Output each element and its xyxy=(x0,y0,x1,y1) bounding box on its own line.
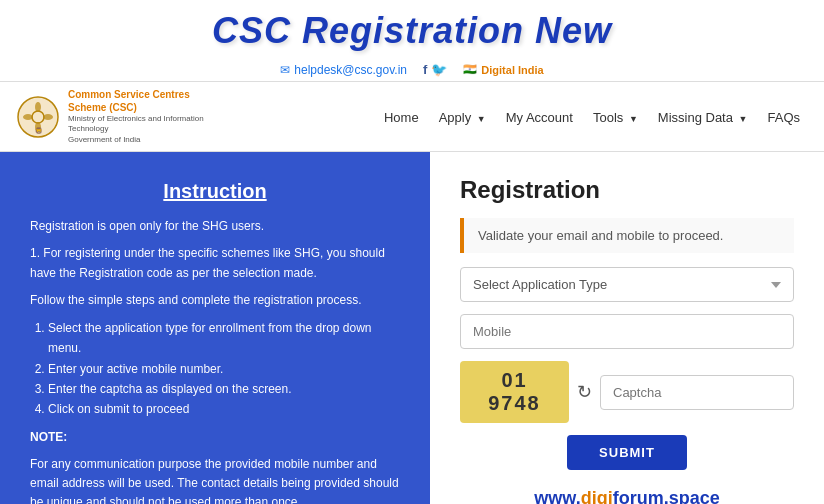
right-panel: Registration Validate your email and mob… xyxy=(430,152,824,504)
instruction-steps-list: Select the application type for enrollme… xyxy=(30,318,400,420)
registration-heading: Registration xyxy=(460,176,794,204)
digital-india-icon: 🇮🇳 xyxy=(463,63,477,76)
contact-bar: ✉ helpdesk@csc.gov.in f 🐦 🇮🇳 Digital Ind… xyxy=(0,58,824,81)
left-panel: Instruction Registration is open only fo… xyxy=(0,152,430,504)
forum-link: www.digiforum.space xyxy=(460,488,794,504)
nav-apply[interactable]: Apply ▼ xyxy=(431,108,494,126)
ashoka-emblem: 🦁 xyxy=(16,95,60,139)
nav-tools[interactable]: Tools ▼ xyxy=(585,108,646,126)
captcha-input[interactable] xyxy=(600,375,794,410)
svg-point-5 xyxy=(43,114,53,120)
nav-home[interactable]: Home xyxy=(376,108,427,126)
captcha-image: 01 9748 xyxy=(460,361,569,423)
brand-govt: Government of India xyxy=(68,135,228,145)
instruction-follow: Follow the simple steps and complete the… xyxy=(30,291,400,310)
brand-title: Common Service Centres Scheme (CSC) xyxy=(68,88,228,114)
instruction-heading: Instruction xyxy=(30,180,400,203)
navbar-brand: 🦁 Common Service Centres Scheme (CSC) Mi… xyxy=(16,88,228,145)
nav-my-account[interactable]: My Account xyxy=(498,108,581,126)
validation-message: Validate your email and mobile to procee… xyxy=(478,228,723,243)
email-address: helpdesk@csc.gov.in xyxy=(294,63,407,77)
social-icons: f 🐦 xyxy=(423,62,447,77)
captcha-row: 01 9748 ↻ xyxy=(460,361,794,423)
main-content: Instruction Registration is open only fo… xyxy=(0,152,824,504)
apply-dropdown-arrow: ▼ xyxy=(477,114,486,124)
page-title: CSC Registration New xyxy=(0,10,824,52)
application-type-group: Select Application Type xyxy=(460,267,794,302)
email-link[interactable]: ✉ helpdesk@csc.gov.in xyxy=(280,63,407,77)
mobile-input[interactable] xyxy=(460,314,794,349)
validation-alert: Validate your email and mobile to procee… xyxy=(460,218,794,253)
missing-data-dropdown-arrow: ▼ xyxy=(739,114,748,124)
svg-point-2 xyxy=(35,102,41,112)
forum-link-text: www.digiforum.space xyxy=(534,488,719,504)
twitter-icon[interactable]: 🐦 xyxy=(431,62,447,77)
svg-point-4 xyxy=(23,114,33,120)
refresh-captcha-icon[interactable]: ↻ xyxy=(577,383,592,401)
brand-subtitle: Ministry of Electronics and Information … xyxy=(68,114,228,135)
step-2: Enter your active mobile number. xyxy=(48,359,400,379)
step-3: Enter the captcha as displayed on the sc… xyxy=(48,379,400,399)
digital-india-badge: 🇮🇳 Digital India xyxy=(463,63,543,76)
facebook-icon[interactable]: f xyxy=(423,62,427,77)
mobile-group xyxy=(460,314,794,349)
nav-missing-data[interactable]: Missing Data ▼ xyxy=(650,108,756,126)
instruction-step1: 1. For registering under the specific sc… xyxy=(30,244,400,282)
navbar: 🦁 Common Service Centres Scheme (CSC) Mi… xyxy=(0,81,824,152)
instruction-intro: Registration is open only for the SHG us… xyxy=(30,217,400,236)
brand-text: Common Service Centres Scheme (CSC) Mini… xyxy=(68,88,228,145)
nav-faqs[interactable]: FAQs xyxy=(759,108,808,126)
application-type-select[interactable]: Select Application Type xyxy=(460,267,794,302)
digital-india-label: Digital India xyxy=(481,64,543,76)
top-banner: CSC Registration New xyxy=(0,0,824,58)
step-1: Select the application type for enrollme… xyxy=(48,318,400,359)
envelope-icon: ✉ xyxy=(280,63,290,77)
note-text: For any communication purpose the provid… xyxy=(30,455,400,504)
tools-dropdown-arrow: ▼ xyxy=(629,114,638,124)
note-label: NOTE: xyxy=(30,428,400,447)
submit-button[interactable]: SUBMIT xyxy=(567,435,687,470)
navbar-menu: Home Apply ▼ My Account Tools ▼ Missing … xyxy=(376,108,808,126)
svg-text:🦁: 🦁 xyxy=(35,127,43,135)
step-4: Click on submit to proceed xyxy=(48,399,400,419)
